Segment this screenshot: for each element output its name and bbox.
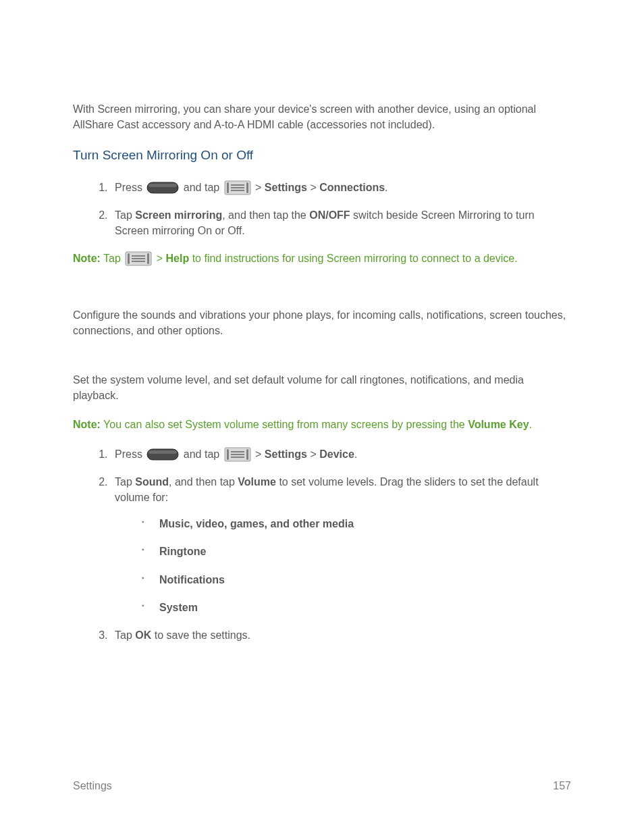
- menu-icon: [224, 447, 251, 462]
- svg-rect-12: [132, 258, 145, 259]
- svg-rect-7: [231, 190, 244, 191]
- note-2: Note: You can also set System volume set…: [73, 417, 571, 432]
- device-label: Device: [319, 448, 354, 460]
- intro-paragraph: With Screen mirroring, you can share you…: [73, 101, 571, 132]
- note-label: Note:: [73, 419, 101, 430]
- connections-label: Connections: [319, 182, 385, 193]
- svg-rect-9: [128, 253, 130, 264]
- text: Tap: [115, 476, 135, 488]
- svg-rect-21: [231, 457, 244, 458]
- text: Press: [115, 448, 145, 460]
- section-gap: [73, 352, 571, 372]
- svg-rect-4: [246, 182, 248, 193]
- steps-list-2: Press and tap > Settings > Device. Tap S…: [73, 446, 571, 644]
- text: , and then tap the: [222, 209, 309, 221]
- footer-page-number: 157: [553, 778, 571, 793]
- heading-turn-screen-mirroring: Turn Screen Mirroring On or Off: [73, 146, 571, 165]
- text: .: [385, 182, 387, 193]
- text: and tap: [180, 448, 222, 460]
- bullet-notifications: Notifications: [142, 572, 571, 588]
- menu-icon: [224, 180, 251, 195]
- step-b1: Press and tap > Settings > Device.: [111, 446, 571, 462]
- note-label: Note:: [73, 253, 101, 264]
- svg-rect-17: [227, 449, 229, 460]
- onoff-label: ON/OFF: [309, 209, 350, 221]
- svg-rect-5: [231, 184, 244, 186]
- text: Tap: [101, 253, 124, 264]
- settings-label: Settings: [265, 448, 307, 460]
- text: Tap: [115, 209, 135, 221]
- screen-mirroring-label: Screen mirroring: [135, 209, 222, 221]
- step-b3: Tap OK to save the settings.: [111, 627, 571, 643]
- ok-label: OK: [135, 629, 151, 641]
- text: and tap: [180, 182, 222, 193]
- footer-section-name: Settings: [73, 778, 112, 793]
- sounds-paragraph: Configure the sounds and vibrations your…: [73, 307, 571, 338]
- svg-rect-13: [132, 261, 145, 262]
- text: >: [252, 448, 265, 460]
- text: .: [529, 419, 532, 430]
- page-content: With Screen mirroring, you can share you…: [0, 0, 644, 834]
- svg-rect-3: [227, 182, 229, 193]
- svg-rect-6: [231, 187, 244, 188]
- steps-list-1: Press and tap > Settings > Connections. …: [73, 180, 571, 239]
- bullet-media: Music, video, games, and other media: [142, 516, 571, 531]
- step-1: Press and tap > Settings > Connections.: [111, 180, 571, 195]
- text: >: [153, 253, 165, 264]
- text: >: [252, 182, 265, 193]
- svg-rect-15: [149, 450, 177, 454]
- home-key-icon: [146, 182, 179, 194]
- text: Press: [115, 182, 145, 193]
- bullet-ringtone: Ringtone: [142, 544, 571, 559]
- settings-label: Settings: [265, 182, 307, 193]
- svg-rect-1: [149, 184, 177, 187]
- text: , and then tap: [169, 476, 238, 488]
- volume-bullets: Music, video, games, and other media Rin…: [115, 516, 571, 615]
- svg-rect-10: [147, 253, 149, 264]
- svg-rect-11: [132, 255, 145, 257]
- text: >: [307, 448, 319, 460]
- note-1: Note: Tap > Help to find instructions fo…: [73, 251, 571, 266]
- svg-rect-19: [231, 451, 244, 452]
- volume-label: Volume: [238, 476, 276, 488]
- text: to save the settings.: [151, 629, 250, 641]
- svg-rect-20: [231, 454, 244, 455]
- text: You can also set System volume setting f…: [101, 419, 468, 430]
- text: Tap: [115, 629, 135, 641]
- home-key-icon: [146, 448, 179, 461]
- help-label: Help: [166, 253, 190, 264]
- text: >: [307, 182, 319, 193]
- step-2: Tap Screen mirroring, and then tap the O…: [111, 207, 571, 238]
- sound-label: Sound: [135, 476, 169, 488]
- page-footer: Settings 157: [73, 778, 571, 793]
- text: .: [354, 448, 357, 460]
- svg-rect-18: [246, 449, 248, 460]
- bullet-system: System: [142, 600, 571, 615]
- menu-icon: [125, 251, 152, 266]
- step-b2: Tap Sound, and then tap Volume to set vo…: [111, 474, 571, 615]
- section-gap: [73, 280, 571, 307]
- volume-key-label: Volume Key: [468, 419, 529, 430]
- text: to find instructions for using Screen mi…: [189, 253, 517, 264]
- volume-paragraph: Set the system volume level, and set def…: [73, 372, 571, 403]
